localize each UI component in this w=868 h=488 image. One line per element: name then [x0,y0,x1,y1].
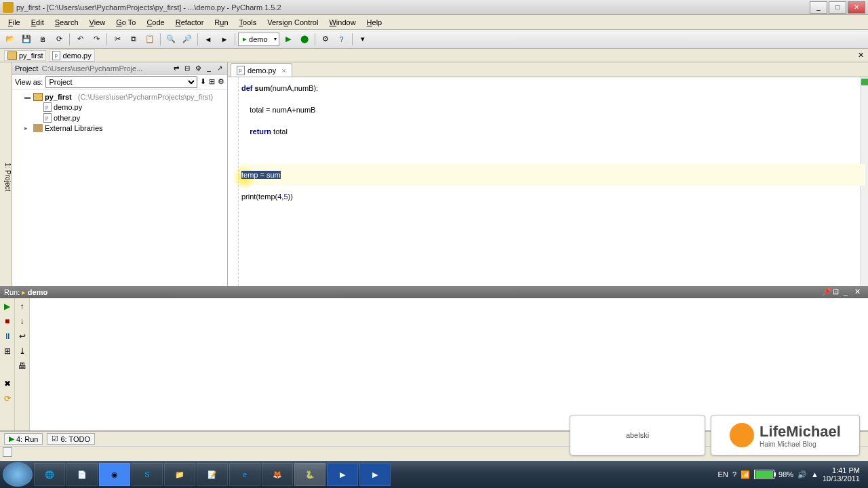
reload-icon[interactable]: ⟳ [2,393,13,404]
open-icon[interactable]: 📂 [3,32,18,47]
taskbar-item[interactable]: S [132,463,163,486]
file-icon [43,113,52,123]
find-icon[interactable]: 🔍 [163,32,178,47]
menu-code[interactable]: Code [141,17,170,28]
logo-icon [730,423,754,447]
sync-icon[interactable]: ⟳ [52,32,66,47]
autoscroll-icon[interactable]: ⬇ [200,77,206,86]
editor-tab-demo[interactable]: demo.py × [231,63,292,77]
back-icon[interactable]: ◄ [201,32,216,47]
scroll-icon[interactable]: ⤓ [17,346,28,357]
run-output[interactable] [30,298,868,430]
close-run-icon[interactable]: ✕ [854,287,864,297]
float-icon[interactable]: ↗ [215,64,224,73]
code-editor[interactable]: def sum(numA,numB): total = numA+numB re… [228,77,868,286]
forward-icon[interactable]: ► [217,32,232,47]
clear-icon[interactable]: ✖ [2,378,13,389]
menu-view[interactable]: View [84,17,111,28]
folder-icon [33,93,43,101]
system-tray: EN ? 📶 98% 🔊 ▲ 1:41 PM 10/13/2011 [718,466,865,483]
tool-window-button[interactable] [3,447,12,457]
menu-file[interactable]: File [3,17,26,28]
softwrap-icon[interactable]: ↩ [17,331,28,342]
menu-vcs[interactable]: Version Control [262,17,323,28]
replace-icon[interactable]: 🔎 [180,32,195,47]
taskbar-item[interactable]: 📁 [164,463,195,486]
battery-icon[interactable] [754,470,774,479]
volume-icon[interactable]: 🔊 [797,470,807,479]
up-icon[interactable]: ↑ [17,301,28,312]
gear-icon[interactable]: ⚙ [193,64,203,73]
menu-goto[interactable]: Go To [111,17,141,28]
cut-icon[interactable]: ✂ [110,32,125,47]
window-title: py_first - [C:\Users\user\PycharmProject… [16,3,281,12]
close-breadcrumb-icon[interactable]: ✕ [858,51,864,60]
menu-tools[interactable]: Tools [234,17,262,28]
network-icon[interactable]: 📶 [741,470,750,479]
stop-icon[interactable]: ■ [2,316,13,327]
maximize-button[interactable]: □ [829,1,846,14]
debug-icon[interactable]: ⬤ [297,32,312,47]
help-tray-icon[interactable]: ? [732,470,736,479]
status-run-button[interactable]: ▶4: Run [4,433,43,445]
down-icon[interactable]: ↓ [17,316,28,327]
menu-window[interactable]: Window [323,17,361,28]
settings-icon[interactable]: ⚙ [318,32,333,47]
rerun-icon[interactable]: ▶ [2,301,13,312]
close-button[interactable]: ✕ [848,1,865,14]
taskbar-item[interactable]: ▶ [327,463,358,486]
pause-icon[interactable]: ⏸ [2,331,13,342]
menu-edit[interactable]: Edit [26,17,50,28]
taskbar-item[interactable]: 📝 [197,463,228,486]
flatten-icon[interactable]: ⊞ [209,77,215,86]
taskbar-item[interactable]: e [229,463,260,486]
toggle-icon[interactable]: ⊞ [2,346,13,357]
close-tab-icon[interactable]: × [281,66,285,75]
paste-icon[interactable]: 📋 [142,32,157,47]
save-icon[interactable]: 💾 [19,32,34,47]
undo-icon[interactable]: ↶ [73,32,87,47]
tree-external-libs[interactable]: ▸ External Libraries [15,123,224,133]
tree-file-demo[interactable]: demo.py [15,102,224,113]
minimize-button[interactable]: _ [810,1,827,14]
view-as-select[interactable]: Project [45,76,197,88]
action-center-icon[interactable]: ▲ [811,470,818,479]
taskbar-item-pycharm[interactable]: 🐍 [294,463,326,486]
menu-help[interactable]: Help [361,17,388,28]
taskbar-item[interactable]: ◉ [99,463,130,486]
start-button[interactable] [3,462,33,487]
library-icon [33,124,43,132]
taskbar-item[interactable]: ▶ [359,463,391,486]
menu-run[interactable]: Run [209,17,233,28]
help-icon[interactable]: ? [334,32,349,47]
titlebar: py_first - [C:\Users\user\PycharmProject… [0,0,868,15]
taskbar-item[interactable]: 🌐 [34,463,65,486]
settings2-icon[interactable]: ⚙ [218,77,224,86]
breadcrumb-folder[interactable]: py_first [4,50,46,61]
status-todo-button[interactable]: ☑6: TODO [47,433,95,445]
collapse-icon[interactable]: ⊟ [182,64,192,73]
expand-icon[interactable]: ▾ [355,32,370,47]
breadcrumb-file[interactable]: demo.py [49,49,94,62]
pin-icon[interactable]: 📌 [822,287,831,297]
restore-icon[interactable]: ⊡ [833,287,842,297]
redo-icon[interactable]: ↷ [89,32,104,47]
ime-indicator[interactable]: EN [718,470,728,479]
tree-file-other[interactable]: other.py [15,113,224,123]
sidebar-project-tab[interactable]: 1: Project [0,62,12,286]
menu-refactor[interactable]: Refactor [170,17,210,28]
tree-root[interactable]: ▬ py_first (C:\Users\user\PycharmProject… [15,92,224,102]
menu-search[interactable]: Search [50,17,84,28]
scroll-from-source-icon[interactable]: ⇄ [172,64,181,73]
hide-run-icon[interactable]: _ [844,287,853,297]
hide-icon[interactable]: _ [204,64,214,73]
saveall-icon[interactable]: 🗎 [35,32,50,47]
taskbar-item[interactable]: 🦊 [262,463,293,486]
run-icon[interactable]: ▶ [281,32,296,47]
copy-icon[interactable]: ⧉ [126,32,141,47]
print-icon[interactable]: 🖶 [17,361,28,371]
clock[interactable]: 1:41 PM 10/13/2011 [823,466,860,483]
taskbar-item[interactable]: 📄 [66,463,98,486]
folder-icon [7,52,17,60]
run-config-selector[interactable]: ▸ demo [238,33,279,46]
